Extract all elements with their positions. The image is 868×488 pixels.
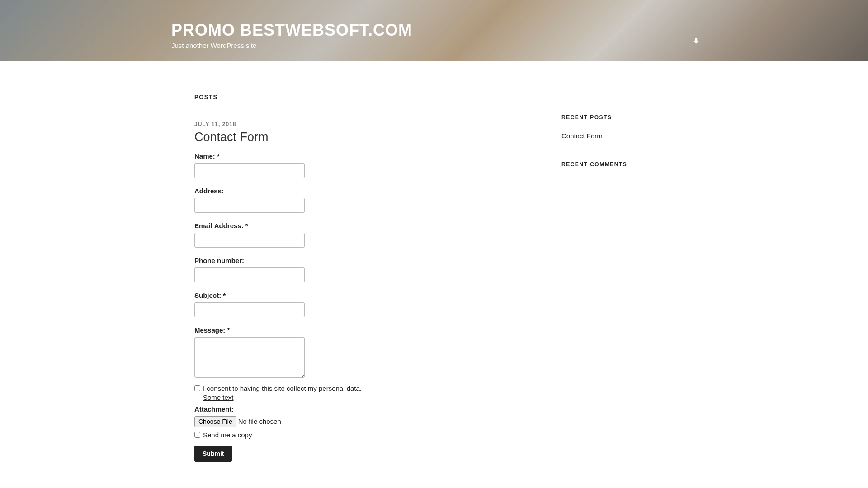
- address-label: Address:: [194, 187, 379, 195]
- hero-banner: PROMO BESTWEBSOFT.COM Just another WordP…: [0, 0, 868, 61]
- main-column: POSTS JULY 11, 2018 Contact Form Name: *…: [194, 61, 379, 462]
- consent-link[interactable]: Some text: [203, 394, 234, 401]
- consent-text-wrap: I consent to having this site collect my…: [203, 384, 379, 403]
- choose-file-button[interactable]: Choose File: [194, 416, 236, 427]
- attachment-label: Attachment:: [194, 405, 379, 413]
- message-textarea[interactable]: [194, 337, 305, 378]
- sidebar: RECENT POSTS Contact Form RECENT COMMENT…: [561, 61, 674, 462]
- recent-posts-list: Contact Form: [561, 127, 674, 145]
- message-label: Message: *: [194, 326, 379, 334]
- file-status: No file chosen: [238, 418, 281, 425]
- recent-post-link[interactable]: Contact Form: [561, 132, 603, 140]
- subject-label: Subject: *: [194, 291, 379, 299]
- site-tagline: Just another WordPress site: [171, 42, 412, 49]
- phone-label: Phone number:: [194, 257, 379, 264]
- list-item: Contact Form: [561, 127, 674, 145]
- post-date[interactable]: JULY 11, 2018: [194, 121, 379, 127]
- name-input[interactable]: [194, 163, 305, 178]
- send-copy-checkbox[interactable]: [194, 432, 200, 438]
- post-title[interactable]: Contact Form: [194, 130, 379, 144]
- arrow-down-icon: [692, 37, 700, 47]
- recent-posts-title: RECENT POSTS: [561, 114, 674, 121]
- submit-button[interactable]: Submit: [194, 446, 232, 462]
- consent-text: I consent to having this site collect my…: [203, 385, 362, 392]
- address-input[interactable]: [194, 198, 305, 213]
- subject-input[interactable]: [194, 302, 305, 317]
- hero-content: PROMO BESTWEBSOFT.COM Just another WordP…: [171, 21, 412, 49]
- file-row: Choose File No file chosen: [194, 416, 379, 427]
- phone-input[interactable]: [194, 267, 305, 282]
- recent-comments-title: RECENT COMMENTS: [561, 161, 674, 168]
- contact-form: Name: * Address: Email Address: * Phone …: [194, 152, 379, 462]
- send-copy-label: Send me a copy: [203, 431, 252, 440]
- email-input[interactable]: [194, 233, 305, 248]
- email-label: Email Address: *: [194, 222, 379, 230]
- consent-checkbox[interactable]: [194, 385, 200, 391]
- scroll-down-button[interactable]: [690, 35, 703, 48]
- name-label: Name: *: [194, 152, 379, 160]
- site-title[interactable]: PROMO BESTWEBSOFT.COM: [171, 21, 412, 40]
- posts-heading: POSTS: [194, 94, 379, 100]
- consent-row: I consent to having this site collect my…: [194, 384, 379, 403]
- hero-overlay: [0, 0, 868, 61]
- send-copy-row: Send me a copy: [194, 431, 379, 440]
